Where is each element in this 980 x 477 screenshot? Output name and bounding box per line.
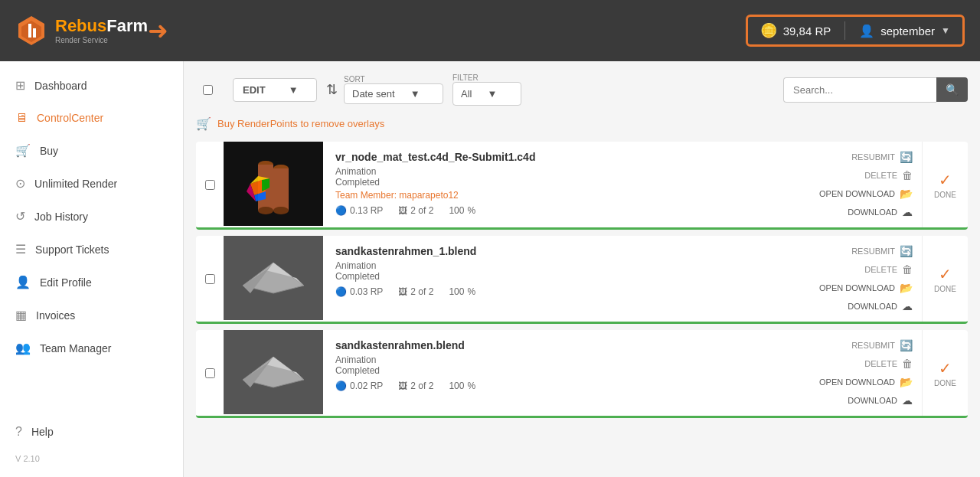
sort-dropdown[interactable]: Date sent ▼ bbox=[344, 83, 443, 104]
download-label: DOWNLOAD bbox=[848, 207, 897, 217]
buy-banner[interactable]: 🛒 Buy RenderPoints to remove overlays bbox=[196, 116, 968, 131]
job-progress: 100 % bbox=[449, 286, 475, 297]
job-team: Team Member: maparapeto12 bbox=[335, 190, 787, 201]
credits-value: 39,84 RP bbox=[783, 25, 831, 38]
search-area: 🔍 bbox=[783, 77, 968, 103]
sidebar-item-label: Invoices bbox=[36, 309, 75, 322]
monitor-icon: 🖥 bbox=[15, 111, 28, 125]
job-frames: 🖼 2 of 2 bbox=[398, 205, 433, 216]
job-frames: 🖼 2 of 2 bbox=[398, 381, 433, 391]
chevron-down-icon[interactable]: ▼ bbox=[941, 25, 950, 36]
sidebar-item-label: ControlCenter bbox=[37, 112, 103, 124]
sort-area: ⇅ SORT Date sent ▼ bbox=[326, 75, 443, 104]
job-details: vr_node_mat_test.c4d_Re-Submit1.c4d Anim… bbox=[323, 142, 799, 227]
job-checkbox-input[interactable] bbox=[205, 180, 215, 190]
download-button[interactable]: DOWNLOAD ☁ bbox=[848, 299, 913, 314]
job-checkbox[interactable] bbox=[196, 330, 224, 416]
open-download-button[interactable]: OPEN DOWNLOAD 📂 bbox=[819, 186, 913, 201]
download-button[interactable]: DOWNLOAD ☁ bbox=[848, 393, 913, 408]
search-button[interactable]: 🔍 bbox=[936, 77, 968, 102]
svg-point-10 bbox=[273, 207, 289, 214]
dashboard-icon: ⊞ bbox=[15, 78, 25, 93]
infinite-icon: ⊙ bbox=[15, 176, 25, 191]
job-thumbnail bbox=[224, 236, 323, 320]
sidebar-item-controlcenter[interactable]: 🖥 ControlCenter bbox=[0, 102, 183, 134]
sidebar-item-help[interactable]: ? Help bbox=[0, 416, 183, 448]
delete-button[interactable]: DELETE 🗑 bbox=[864, 168, 913, 183]
resubmit-button[interactable]: RESUBMIT 🔄 bbox=[851, 338, 913, 353]
sidebar-item-support-tickets[interactable]: ☰ Support Tickets bbox=[0, 233, 183, 266]
table-row: vr_node_mat_test.c4d_Re-Submit1.c4d Anim… bbox=[196, 142, 968, 230]
sidebar-item-invoices[interactable]: ▦ Invoices bbox=[0, 299, 183, 332]
chevron-down-icon: ▼ bbox=[487, 88, 497, 100]
sidebar-item-label: Team Manager bbox=[40, 342, 111, 354]
content-area: EDIT ▼ ⇅ SORT Date sent ▼ FILTER All bbox=[184, 61, 980, 477]
filter-dropdown[interactable]: All ▼ bbox=[452, 82, 521, 106]
resubmit-button[interactable]: RESUBMIT 🔄 bbox=[851, 243, 913, 259]
arrow-indicator: ➜ bbox=[148, 16, 168, 45]
sidebar-item-label: Job History bbox=[34, 211, 88, 223]
sidebar-help-label: Help bbox=[31, 426, 54, 438]
frames-icon: 🖼 bbox=[398, 205, 407, 216]
resubmit-label: RESUBMIT bbox=[851, 247, 895, 256]
delete-label: DELETE bbox=[864, 171, 897, 180]
folder-icon: 📂 bbox=[900, 282, 913, 294]
chevron-down-icon: ▼ bbox=[289, 84, 299, 96]
header-account-panel[interactable]: 🪙 39,84 RP 👤 september ▼ bbox=[746, 15, 965, 47]
filter-value: All bbox=[461, 88, 472, 100]
checkmark-icon: ✓ bbox=[939, 171, 952, 189]
team-icon: 👥 bbox=[15, 341, 31, 355]
sidebar-item-job-history[interactable]: ↺ Job History bbox=[0, 200, 183, 233]
delete-button[interactable]: DELETE 🗑 bbox=[864, 262, 913, 277]
open-download-button[interactable]: OPEN DOWNLOAD 📂 bbox=[819, 374, 913, 390]
job-cost: 🔵 0.02 RP bbox=[335, 381, 383, 391]
select-all-checkbox[interactable] bbox=[196, 85, 219, 95]
open-download-label: OPEN DOWNLOAD bbox=[819, 189, 895, 198]
sidebar-item-team-manager[interactable]: 👥 Team Manager bbox=[0, 332, 183, 364]
sidebar-item-buy[interactable]: 🛒 Buy bbox=[0, 134, 183, 167]
sidebar-spacer bbox=[0, 364, 183, 416]
done-label: DONE bbox=[934, 191, 956, 199]
delete-button[interactable]: DELETE 🗑 bbox=[864, 356, 913, 371]
main-layout: ⊞ Dashboard 🖥 ControlCenter 🛒 Buy ⊙ Unli… bbox=[0, 61, 980, 477]
table-row: sandkastenrahmen.blend Animation Complet… bbox=[196, 330, 968, 418]
job-checkbox[interactable] bbox=[196, 142, 224, 227]
sidebar-version: V 2.10 bbox=[0, 448, 183, 469]
done-area: ✓ DONE bbox=[922, 330, 968, 416]
search-input[interactable] bbox=[783, 77, 936, 103]
sort-icon[interactable]: ⇅ bbox=[326, 81, 338, 98]
coin-icon: 🔵 bbox=[335, 205, 347, 216]
select-all-input[interactable] bbox=[203, 85, 213, 95]
toolbar: EDIT ▼ ⇅ SORT Date sent ▼ FILTER All bbox=[196, 74, 968, 106]
username-label: september bbox=[880, 25, 935, 38]
delete-label: DELETE bbox=[864, 265, 897, 274]
job-checkbox-input[interactable] bbox=[205, 368, 215, 378]
resubmit-button[interactable]: RESUBMIT 🔄 bbox=[851, 149, 913, 165]
sidebar-item-unlimited-render[interactable]: ⊙ Unlimited Render bbox=[0, 167, 183, 200]
header: RebusFarm Render Service ➜ 🪙 39,84 RP 👤 … bbox=[0, 0, 980, 61]
job-details: sandkastenrahmen_1.blend Animation Compl… bbox=[323, 236, 799, 322]
open-download-button[interactable]: OPEN DOWNLOAD 📂 bbox=[819, 280, 913, 296]
help-icon: ? bbox=[15, 425, 22, 439]
refresh-icon: 🔄 bbox=[900, 245, 913, 257]
download-button[interactable]: DOWNLOAD ☁ bbox=[848, 204, 913, 220]
invoices-icon: ▦ bbox=[15, 308, 27, 322]
download-icon: ☁ bbox=[902, 394, 913, 407]
svg-rect-3 bbox=[33, 28, 36, 38]
logo-icon bbox=[15, 15, 47, 47]
buy-banner-text: Buy RenderPoints to remove overlays bbox=[217, 118, 384, 129]
logo-subtitle: Render Service bbox=[55, 36, 148, 44]
open-download-label: OPEN DOWNLOAD bbox=[819, 377, 895, 387]
edit-dropdown[interactable]: EDIT ▼ bbox=[233, 78, 317, 102]
sidebar-item-edit-profile[interactable]: 👤 Edit Profile bbox=[0, 266, 183, 299]
sidebar-item-dashboard[interactable]: ⊞ Dashboard bbox=[0, 69, 183, 102]
history-icon: ↺ bbox=[15, 209, 25, 224]
trash-icon: 🗑 bbox=[902, 263, 913, 276]
job-checkbox-input[interactable] bbox=[205, 274, 215, 284]
job-status: Completed bbox=[335, 177, 787, 188]
sort-value: Date sent bbox=[352, 88, 395, 100]
job-title: vr_node_mat_test.c4d_Re-Submit1.c4d bbox=[335, 151, 787, 163]
job-status: Completed bbox=[335, 271, 787, 282]
job-checkbox[interactable] bbox=[196, 236, 224, 322]
job-type: Animation bbox=[335, 260, 787, 271]
